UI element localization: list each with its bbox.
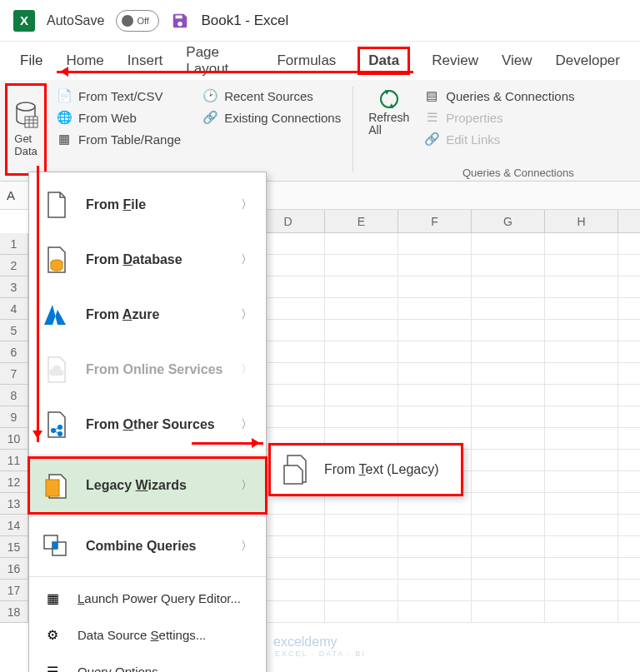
label: Legacy Wizards <box>86 478 226 493</box>
svg-rect-1 <box>25 117 38 127</box>
recent-sources-button[interactable]: 🕑Recent Sources <box>202 88 341 103</box>
tab-view[interactable]: View <box>500 47 534 74</box>
name-box[interactable]: A <box>7 188 27 202</box>
chevron-right-icon: 〉 <box>241 539 252 554</box>
chevron-right-icon: 〉 <box>241 197 252 212</box>
separator <box>29 576 266 577</box>
row-header[interactable]: 5 <box>0 320 28 341</box>
legacy-wizards-icon <box>42 471 71 500</box>
menu-query-options[interactable]: ☰ Query Options <box>29 653 266 672</box>
options-icon: ☰ <box>42 661 62 672</box>
label: From Azure <box>86 307 226 322</box>
row-header[interactable]: 9 <box>0 406 28 428</box>
row-header[interactable]: 14 <box>0 515 28 536</box>
watermark-tag: EXCEL · DATA · BI <box>275 650 366 658</box>
col-header[interactable]: G <box>472 210 545 232</box>
autosave-state: Off <box>137 16 148 26</box>
row-header[interactable]: 1 <box>0 233 28 255</box>
queries-connections-button[interactable]: ▤Queries & Connections <box>424 88 574 103</box>
label: Edit Links <box>446 132 500 147</box>
connections-icon: 🔗 <box>202 110 218 125</box>
menu-data-source-settings[interactable]: ⚙ Data Source Settings... <box>29 616 266 653</box>
properties-button: ☰Properties <box>424 110 574 125</box>
tab-page-layout[interactable]: Page Layout <box>184 39 255 82</box>
menu-from-azure[interactable]: From Azure〉 <box>29 287 266 342</box>
menu-from-file[interactable]: From File〉 <box>29 177 266 232</box>
label: From Online Services <box>86 362 226 377</box>
get-data-button[interactable]: Get Data <box>5 83 47 176</box>
row-header[interactable]: 17 <box>0 580 28 601</box>
row-header[interactable]: 7 <box>0 363 28 385</box>
label: Existing Connections <box>224 111 341 125</box>
row-header[interactable]: 16 <box>0 558 28 580</box>
pq-editor-icon: ▦ <box>42 588 62 608</box>
title-bar: X AutoSave Off Book1 - Excel <box>0 0 640 42</box>
label: Properties <box>446 111 502 125</box>
chevron-right-icon: 〉 <box>241 417 252 432</box>
label: From File <box>86 197 226 212</box>
row-header[interactable]: 11 <box>0 450 28 471</box>
label: From Other Sources <box>86 417 226 432</box>
autosave-toggle[interactable]: Off <box>116 10 159 32</box>
chevron-right-icon: 〉 <box>241 362 252 377</box>
row-headers: 1 2 3 4 5 6 7 8 9 10 11 12 13 14 15 16 1… <box>0 233 28 623</box>
tab-file[interactable]: File <box>18 47 44 74</box>
from-web-button[interactable]: 🌐From Web <box>57 110 181 125</box>
col-header[interactable]: F <box>398 210 472 232</box>
label: Queries & Connections <box>446 89 574 103</box>
label: Launch Power Query Editor... <box>78 591 252 605</box>
label: From Web <box>78 111 137 125</box>
svg-rect-12 <box>46 480 59 496</box>
ribbon-body: Get Data 📄From Text/CSV 🌐From Web ▦From … <box>0 80 640 182</box>
col-header[interactable]: H <box>545 210 618 232</box>
row-header[interactable]: 13 <box>0 493 28 515</box>
from-text-csv-button[interactable]: 📄From Text/CSV <box>57 88 181 103</box>
tab-developer[interactable]: Developer <box>554 47 622 74</box>
row-header[interactable]: 10 <box>0 428 28 450</box>
refresh-icon <box>377 87 402 112</box>
label: From Database <box>86 252 226 267</box>
row-header[interactable]: 6 <box>0 341 28 363</box>
row-header[interactable]: 18 <box>0 601 28 623</box>
separator <box>29 515 266 516</box>
from-text-icon <box>282 455 311 484</box>
menu-legacy-wizards[interactable]: Legacy Wizards〉 <box>29 458 266 513</box>
tab-review[interactable]: Review <box>430 47 480 74</box>
label: From Text (Legacy) <box>324 462 439 477</box>
row-header[interactable]: 15 <box>0 536 28 558</box>
menu-from-database[interactable]: From Database〉 <box>29 232 266 287</box>
watermark-brand: exceldemy <box>273 635 366 650</box>
existing-connections-button[interactable]: 🔗Existing Connections <box>202 110 341 125</box>
get-data-menu: From File〉 From Database〉 From Azure〉 Fr… <box>28 172 267 672</box>
row-header[interactable]: 8 <box>0 385 28 406</box>
row-header[interactable]: 4 <box>0 298 28 320</box>
edit-links-icon: 🔗 <box>424 132 439 147</box>
row-header[interactable]: 3 <box>0 276 28 298</box>
save-icon[interactable] <box>171 12 189 30</box>
separator <box>352 87 353 172</box>
document-title: Book1 - Excel <box>201 12 288 29</box>
menu-from-online-services: From Online Services〉 <box>29 342 266 397</box>
menu-combine-queries[interactable]: Combine Queries〉 <box>29 519 266 574</box>
label: Query Options <box>78 665 252 673</box>
label: Recent Sources <box>224 89 313 103</box>
svg-point-0 <box>17 102 35 111</box>
label: From Table/Range <box>78 132 181 147</box>
col-header[interactable]: E <box>325 210 398 232</box>
row-header[interactable]: 2 <box>0 255 28 276</box>
get-data-icon <box>13 102 38 130</box>
web-icon: 🌐 <box>57 110 72 125</box>
combine-icon <box>42 532 71 560</box>
row-header[interactable]: 12 <box>0 471 28 493</box>
other-sources-icon <box>42 411 71 439</box>
ribbon-tabs: File Home Insert Page Layout Formulas Da… <box>0 42 640 80</box>
chevron-right-icon: 〉 <box>241 478 252 493</box>
separator <box>29 455 266 455</box>
chevron-right-icon: 〉 <box>241 252 252 267</box>
from-table-range-button[interactable]: ▦From Table/Range <box>57 132 181 147</box>
table-range-icon: ▦ <box>57 132 72 147</box>
properties-icon: ☰ <box>424 110 439 125</box>
menu-launch-pq-editor[interactable]: ▦ Launch Power Query Editor... <box>29 580 266 616</box>
submenu-from-text-legacy[interactable]: From Text (Legacy) <box>268 443 463 496</box>
refresh-all-button[interactable]: Refresh All <box>362 83 416 176</box>
